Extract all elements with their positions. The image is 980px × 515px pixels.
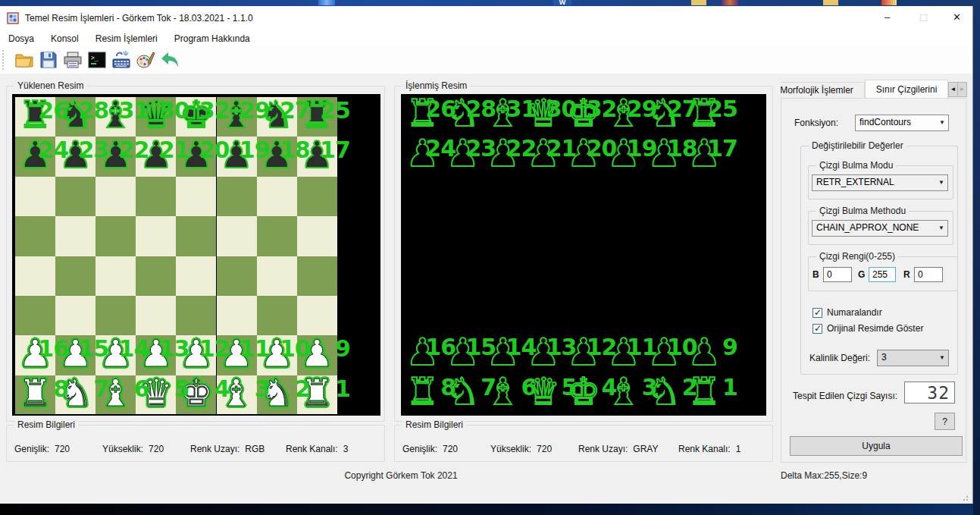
line-method-dropdown[interactable]: CHAIN_APPROX_NONE▼ [812,220,948,237]
contour-number-label: 2 [295,375,310,402]
contour-number-label: 1 [722,374,737,400]
board-square [604,255,644,294]
show-original-checkbox-row[interactable]: Orijinal Resimde Göster [812,323,923,334]
board-square [402,175,443,215]
thickness-label: Kalinlik Değeri: [809,353,870,363]
board-square [15,296,55,335]
menu-program-hakkinda[interactable]: Program Hakkında [166,32,258,46]
board-square [563,215,603,254]
palette-icon [136,50,155,70]
board-square: ♟16 [15,335,55,375]
board-square [644,215,684,254]
processed-image-canvas: ♜26♞28♝31♛30♚32♝29♞27♜25♟24♟23♟22♟21♟20♟… [401,94,766,416]
show-original-checkbox[interactable] [812,324,822,334]
tab-scroll-right-icon[interactable]: ► [957,82,967,97]
contour-number-label: 4 [214,375,230,402]
copyright-text: Copyright Görkem Tok 2021 [287,470,515,481]
board-square [402,255,443,294]
contour-number-label: 23 [78,137,108,163]
chevron-down-icon: ▼ [939,354,945,361]
menu-resim-islemleri[interactable]: Resim İşlemleri [87,32,166,46]
board-square [402,215,443,254]
width-field: Genişlik:720 [402,444,490,454]
contour-number-label: 22 [119,137,149,163]
board-square [684,215,725,254]
contour-number-label: 17 [707,135,737,162]
chess-piece: ♜ [15,373,55,413]
save-button[interactable] [37,49,60,71]
contour-number-label: 31 [506,96,537,122]
board-square: ♟24 [402,135,443,174]
contour-number-label: 28 [465,96,496,122]
toolbar-grip[interactable] [2,50,7,70]
board-square [217,296,257,335]
detected-count-display: 32 [904,382,955,404]
undo-button[interactable] [158,49,181,71]
board-square [297,256,337,296]
blue-value-input[interactable] [823,267,852,282]
board-square [563,175,603,215]
desktop-taskbar-sliver: W [0,0,980,6]
print-button[interactable] [61,49,84,71]
print-icon [63,51,83,69]
menu-konsol[interactable]: Konsol [42,32,87,46]
contour-number-label: 5 [562,374,577,400]
window-resize-grip[interactable] [963,494,970,501]
chevron-down-icon: ▼ [938,225,944,231]
contour-number-label: 16 [38,335,68,362]
red-value-input[interactable] [914,267,943,282]
console-button[interactable]: >_ [86,49,108,71]
loaded-image-group-title: Yüklenen Resim [14,80,86,91]
board-square [95,216,136,256]
contour-number-label: 26 [38,97,68,124]
menu-dosya[interactable]: Dosya [0,32,42,46]
board-square: ♜8 [15,375,55,415]
contour-number-label: 3 [642,374,657,400]
tab-sinir-cizgilerini[interactable]: Sınır Çizgilerini [865,80,948,98]
numerate-checkbox-row[interactable]: Numaralandır [812,307,882,318]
chevron-down-icon: ▼ [939,119,945,126]
board-square [644,294,684,334]
paint-button[interactable] [134,49,157,71]
board-square: ♜26 [402,96,443,135]
maximize-button[interactable]: □ [906,6,941,29]
contour-number-label: 27 [280,97,310,124]
board-square [55,256,95,296]
app-icon-sliver [881,0,897,5]
contour-number-label: 9 [335,335,350,362]
apply-button[interactable]: Uygula [790,436,963,456]
board-square [217,177,257,216]
tab-morfolojik-islemler[interactable]: Morfolojik İşlemler [781,82,865,98]
board-square [55,177,95,216]
close-button[interactable]: ✕ [940,6,974,29]
numerate-checkbox[interactable] [812,308,822,318]
contour-number-label: 21 [159,137,189,163]
thickness-dropdown[interactable]: 3▼ [877,350,949,366]
channels-field: Renk Kanalı:3 [286,444,374,454]
green-value-input[interactable] [869,267,896,282]
width-field: Genişlik:720 [14,444,102,454]
board-square [257,256,297,296]
board-square [297,216,337,256]
info-group-title: Resim Bilgileri [402,419,466,430]
colorspace-field: Renk Uzayı:RGB [190,444,286,454]
help-button[interactable]: ? [935,413,955,430]
keyboard-button[interactable] [110,49,133,71]
folder-icon-sliver [691,0,706,5]
board-square [563,294,603,334]
board-square: ♟24 [15,137,55,176]
channels-field: Renk Kanalı:1 [678,444,766,454]
fonksiyon-dropdown[interactable]: findContours▼ [855,115,949,131]
contour-number-label: 19 [627,135,657,162]
title-bar[interactable]: Temel Resim İşlemleri - Görkem Tok - 18.… [0,6,972,31]
chessboard-contours: ♜26♞28♝31♛30♚32♝29♞27♜25♟24♟23♟22♟21♟20♟… [402,96,725,415]
height-field: Yükseklik:720 [102,444,190,454]
contour-number-label: 27 [667,96,697,122]
console-icon: >_ [88,51,106,69]
minimize-button[interactable]: – [870,6,904,29]
open-file-button[interactable] [13,49,36,71]
contour-number-label: 31 [119,97,149,124]
contour-number-label: 30 [159,97,189,124]
contour-number-label: 32 [587,96,617,122]
line-mode-dropdown[interactable]: RETR_EXTERNAL▼ [812,174,948,191]
